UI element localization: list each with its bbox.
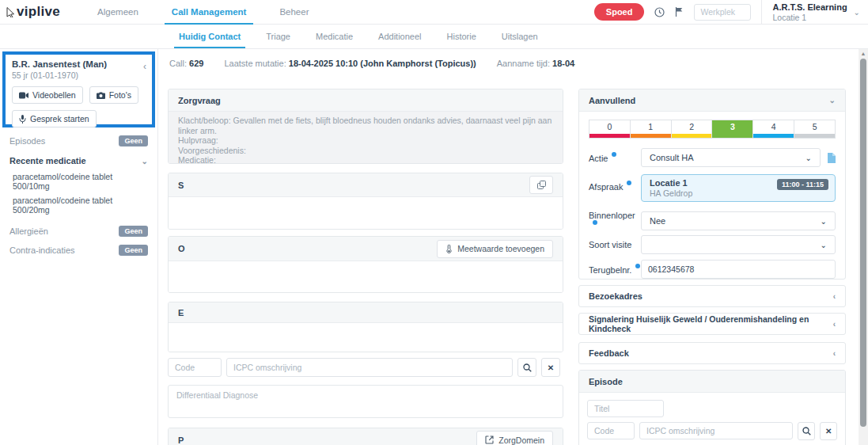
o-textarea[interactable] (169, 261, 563, 292)
signalering-panel[interactable]: Signalering Huiselijk Geweld / Ouderenmi… (578, 313, 846, 335)
flag-icon[interactable] (675, 7, 684, 17)
e-textarea[interactable] (169, 323, 563, 352)
chevron-down-icon: ⌄ (854, 8, 860, 17)
call-number: 629 (189, 59, 203, 68)
fotos-button[interactable]: Foto's (89, 86, 138, 104)
episode-code-input[interactable] (587, 422, 635, 439)
sidebar-item-allergieen[interactable]: Allergieën Geen (0, 222, 157, 240)
scrollbar-thumb[interactable] (860, 59, 866, 427)
icpc-code-input[interactable] (168, 358, 222, 377)
gesprek-starten-button[interactable]: Gesprek starten (12, 110, 97, 127)
right-panel-column: Aanvullend ⌄ 0 1 2 3 4 (575, 49, 852, 445)
tab-medicatie[interactable]: Medicatie (303, 25, 366, 48)
tab-triage[interactable]: Triage (253, 25, 303, 48)
zorgvraag-section: Zorgvraag Klacht/beloop: Gevallen met de… (168, 89, 563, 164)
patient-sidebar: B.R. Jansentest (Man) 55 jr (01-01-1970)… (0, 49, 158, 445)
user-location: Locatie 1 (772, 13, 847, 22)
chevron-down-icon: ⌄ (805, 154, 812, 162)
videobellen-button[interactable]: Videobellen (12, 86, 83, 104)
external-link-icon (485, 435, 494, 444)
actie-row: Actie Consult HA ⌄ (579, 148, 845, 167)
chevron-left-icon: ‹ (833, 320, 836, 329)
medication-item[interactable]: paracetamol/codeine tablet 500/20mg (0, 193, 157, 217)
afspraak-tijd-badge: 11:00 - 11:15 (777, 179, 828, 190)
spoed-button[interactable]: Spoed (594, 3, 645, 21)
differentiaal-diagnose-textarea[interactable] (168, 385, 563, 418)
collapse-sidebar-icon[interactable]: ‹ (143, 61, 146, 72)
werkplek-input[interactable] (694, 4, 751, 21)
afspraak-slot[interactable]: Locatie 1 HA Geldrop 11:00 - 11:15 (641, 174, 836, 202)
urgency-2[interactable]: 2 (671, 120, 712, 138)
chevron-down-icon[interactable]: ⌄ (829, 96, 836, 105)
nav-item-beheer[interactable]: Beheer (263, 0, 325, 25)
aanvullend-title: Aanvullend (589, 96, 635, 105)
zorgvraag-title: Zorgvraag (178, 96, 221, 105)
document-icon[interactable] (827, 153, 836, 163)
tab-historie[interactable]: Historie (434, 25, 489, 48)
tab-uitslagen[interactable]: Uitslagen (489, 25, 551, 48)
o-section: O Meetwaarde toevoegen (168, 236, 563, 293)
feedback-panel[interactable]: Feedback ‹ (578, 342, 846, 364)
episode-search-button[interactable] (798, 422, 815, 440)
soort-visite-row: Soort visite ⌄ (579, 235, 845, 254)
patient-card-highlighted: B.R. Jansentest (Man) 55 jr (01-01-1970)… (2, 51, 155, 127)
e-section: E (168, 302, 563, 352)
terugbelnr-input[interactable] (641, 260, 836, 279)
top-bar: viplive Algemeen Call Management Beheer … (0, 0, 868, 25)
urgency-5[interactable]: 5 (794, 120, 835, 138)
chevron-down-icon: ⌄ (821, 217, 827, 226)
tab-additioneel[interactable]: Additioneel (366, 25, 434, 48)
actie-select[interactable]: Consult HA ⌄ (641, 148, 821, 167)
copy-button[interactable] (529, 176, 553, 194)
binnenloper-select[interactable]: Nee ⌄ (641, 211, 836, 230)
urgency-3-selected[interactable]: 3 (711, 120, 752, 138)
episode-section: Episode ✕ (578, 370, 846, 445)
episode-clear-button[interactable]: ✕ (820, 422, 837, 440)
app-logo: viplive (6, 4, 60, 20)
bezoekadres-panel[interactable]: Bezoekadres ‹ (578, 285, 846, 307)
patient-age: 55 jr (01-01-1970) (12, 70, 146, 80)
urgency-1[interactable]: 1 (630, 120, 671, 138)
icpc-code-row: ✕ (168, 358, 560, 377)
sidebar-item-episodes[interactable]: Episodes Geen (0, 132, 157, 150)
e-title: E (178, 308, 184, 318)
episode-titel-input[interactable] (587, 400, 664, 417)
s-textarea[interactable] (169, 197, 563, 230)
icpc-omschrijving-input[interactable] (226, 358, 513, 377)
sidebar-item-contra-indicaties[interactable]: Contra-indicaties Geen (0, 242, 157, 259)
icpc-search-button[interactable] (517, 358, 536, 377)
nav-item-call-management[interactable]: Call Management (155, 0, 263, 25)
binnenloper-label: Binnenloper (589, 211, 635, 220)
user-menu[interactable]: A.R.T.S. Elearning Locatie 1 ⌄ (761, 0, 860, 25)
thermometer-icon (445, 245, 453, 253)
search-icon (523, 363, 532, 372)
soort-visite-select[interactable]: ⌄ (641, 235, 836, 254)
icpc-clear-button[interactable]: ✕ (541, 358, 560, 377)
sub-tab-bar: Huidig Contact Triage Medicatie Addition… (0, 25, 868, 49)
zorgdomein-button[interactable]: ZorgDomein (476, 431, 553, 445)
episode-icpc-row: ✕ (579, 417, 845, 440)
sidebar-item-recente-medicatie[interactable]: Recente medicatie ⌄ (0, 152, 157, 169)
zorgvraag-text: Klacht/beloop: Gevallen met de fiets, bl… (169, 112, 563, 164)
contact-main-column: Call: 629 Laatste mutatie: 18-04-2025 10… (158, 49, 575, 445)
call-label: Call: (169, 59, 187, 68)
call-info-bar: Call: 629 Laatste mutatie: 18-04-2025 10… (169, 59, 575, 68)
aanname-tijd-label: Aanname tijd: (497, 59, 550, 68)
required-dot (593, 220, 597, 225)
close-icon: ✕ (548, 363, 554, 372)
episode-icpc-input[interactable] (639, 422, 793, 439)
scrollbar-up-arrow[interactable]: ▲ (859, 50, 868, 58)
nav-item-algemeen[interactable]: Algemeen (81, 0, 155, 25)
chevron-down-icon: ⌄ (821, 241, 827, 249)
actie-label: Actie (589, 154, 608, 163)
urgency-4[interactable]: 4 (752, 120, 794, 138)
contra-indicaties-geen-badge: Geen (119, 245, 148, 256)
top-right-actions: Spoed A.R.T.S. Elearning Locatie 1 ⌄ (594, 0, 860, 25)
clock-icon[interactable] (654, 7, 665, 17)
tab-huidig-contact[interactable]: Huidig Contact (166, 25, 253, 48)
urgency-0[interactable]: 0 (589, 120, 630, 138)
search-icon (802, 427, 811, 435)
meetwaarde-toevoegen-button[interactable]: Meetwaarde toevoegen (437, 240, 553, 258)
medication-item[interactable]: paracetamol/codeine tablet 500/10mg (0, 169, 157, 193)
microphone-icon (19, 115, 26, 124)
